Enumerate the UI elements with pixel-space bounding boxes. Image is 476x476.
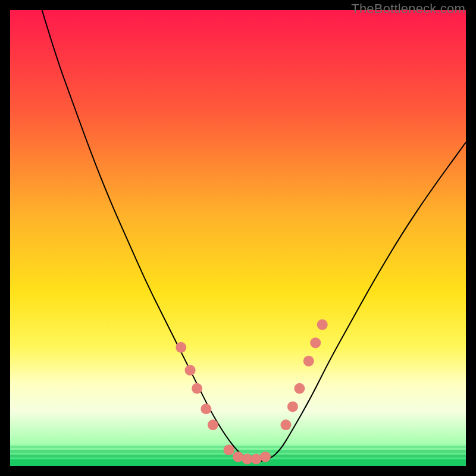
data-marker <box>251 454 262 465</box>
data-marker <box>303 356 314 367</box>
curve-layer <box>10 10 466 466</box>
data-marker <box>185 365 196 375</box>
data-marker <box>242 454 252 465</box>
chart-stage: TheBottleneck.com <box>0 0 476 476</box>
data-marker <box>224 444 234 455</box>
data-marker <box>317 320 328 330</box>
data-marker <box>294 383 305 394</box>
data-marker <box>192 383 202 394</box>
watermark-text: TheBottleneck.com <box>351 1 465 17</box>
data-marker <box>280 419 291 430</box>
plot-area <box>10 10 466 466</box>
data-marker <box>233 452 243 462</box>
data-marker <box>260 452 271 462</box>
data-marker <box>201 403 211 414</box>
data-marker <box>208 419 218 430</box>
data-marker <box>310 337 321 348</box>
data-marker <box>287 401 298 412</box>
bottleneck-curve <box>42 10 466 461</box>
data-marker <box>176 342 186 353</box>
